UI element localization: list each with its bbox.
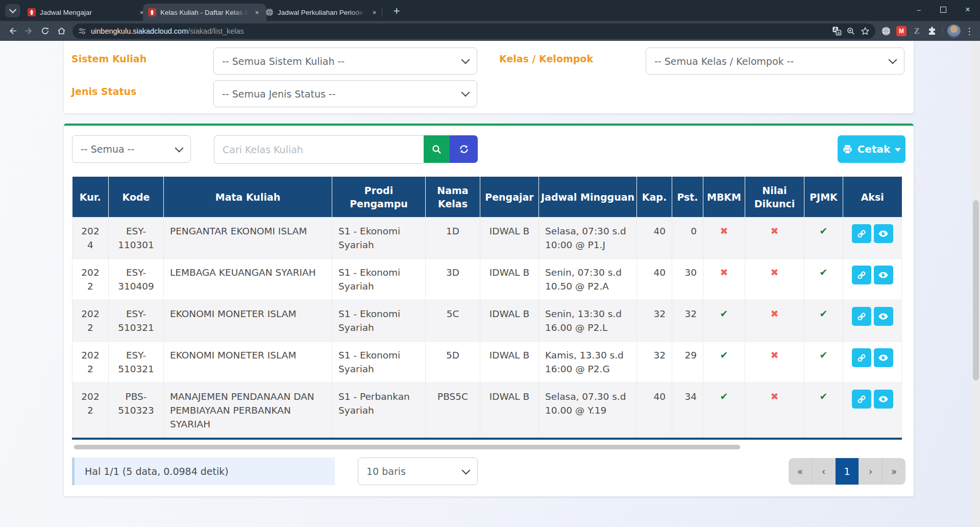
back-button[interactable] bbox=[4, 23, 20, 39]
cell-kelas: 3D bbox=[426, 259, 480, 300]
table-row: 2022 PBS-510323 MANAJEMEN PENDANAAN DAN … bbox=[72, 383, 902, 439]
sistem-kuliah-select[interactable]: -- Semua Sistem Kuliah -- bbox=[213, 47, 477, 75]
header-jadwal: Jadwal Mingguan bbox=[539, 177, 637, 218]
pagination-last[interactable]: » bbox=[883, 458, 905, 485]
refresh-button[interactable] bbox=[450, 135, 478, 163]
new-tab-button[interactable]: + bbox=[390, 4, 403, 17]
reload-icon bbox=[40, 26, 50, 36]
table-row: 2024 ESY-110301 PENGANTAR EKONOMI ISLAM … bbox=[72, 218, 902, 259]
sistem-kuliah-value: -- Semua Sistem Kuliah -- bbox=[222, 56, 345, 67]
mbkm-flag-icon: ✔ bbox=[720, 349, 728, 361]
back-icon bbox=[8, 26, 17, 36]
reload-button[interactable] bbox=[37, 23, 53, 39]
mbkm-flag-icon: ✔ bbox=[720, 308, 728, 319]
caret-down-icon bbox=[895, 148, 901, 152]
cetak-button[interactable]: Cetak bbox=[838, 135, 905, 163]
minimize-button[interactable]: – bbox=[906, 0, 931, 19]
puzzle-icon bbox=[927, 26, 937, 36]
search-button[interactable] bbox=[424, 135, 450, 163]
chevron-down-icon bbox=[9, 6, 16, 13]
eye-icon bbox=[878, 352, 889, 363]
tab-close-icon[interactable]: × bbox=[370, 8, 379, 17]
pagination-next[interactable]: › bbox=[859, 458, 883, 485]
vertical-scrollbar-thumb[interactable] bbox=[973, 200, 979, 380]
red-m-extension-button[interactable]: M bbox=[894, 23, 909, 39]
toolbar-separator bbox=[942, 27, 943, 36]
cell-jadwal: Kamis, 13.30 s.d 16:00 @ P2.G bbox=[539, 342, 637, 383]
header-mbkm: MBKM bbox=[703, 177, 745, 218]
view-button[interactable] bbox=[874, 266, 893, 284]
m-extension-icon: M bbox=[896, 26, 906, 36]
browser-tabstrip: Jadwal Mengajar × Kelas Kuliah - Daftar … bbox=[0, 0, 980, 21]
translate-icon: Aa bbox=[832, 26, 842, 36]
magnifier-zoom-icon bbox=[846, 27, 855, 36]
view-button[interactable] bbox=[874, 307, 893, 326]
tab-search-button[interactable] bbox=[5, 4, 20, 17]
link-button[interactable] bbox=[852, 266, 871, 284]
cell-kelas: 5C bbox=[426, 300, 480, 342]
maximize-button[interactable] bbox=[931, 0, 955, 19]
extensions-button[interactable] bbox=[924, 23, 940, 39]
eye-icon bbox=[878, 311, 889, 322]
site-info-icon[interactable] bbox=[78, 27, 87, 36]
cell-kap: 40 bbox=[637, 383, 672, 439]
cell-mata-kuliah: MANAJEMEN PENDANAAN DAN PEMBIAYAAN PERBA… bbox=[164, 383, 332, 439]
chevron-down-icon bbox=[461, 88, 470, 97]
cell-mata-kuliah: EKONOMI MONETER ISLAM bbox=[164, 342, 332, 383]
zoom-button[interactable] bbox=[844, 24, 858, 38]
tab-kelas-kuliah-active[interactable]: Kelas Kuliah - Daftar Kelas & Jadwal × bbox=[143, 4, 266, 21]
table-card: -- Semua -- Cetak bbox=[64, 124, 914, 496]
view-button[interactable] bbox=[874, 224, 893, 243]
screen: Jadwal Mengajar × Kelas Kuliah - Daftar … bbox=[0, 0, 980, 527]
maximize-icon bbox=[940, 7, 946, 13]
pagination-prev[interactable]: ‹ bbox=[812, 458, 836, 485]
rows-per-page-select[interactable]: 10 baris bbox=[358, 458, 478, 485]
view-button[interactable] bbox=[874, 390, 893, 409]
table-footer: Hal 1/1 (5 data, 0.0984 detik) 10 baris … bbox=[72, 458, 905, 485]
tab-jadwal-mengajar[interactable]: Jadwal Mengajar × bbox=[22, 4, 151, 21]
tab-jadwal-perkuliahan[interactable]: Jadwal Perkuliahan Periode 2024 × bbox=[260, 4, 384, 21]
nilai-dikunci-flag-icon: ✖ bbox=[771, 349, 779, 361]
link-button[interactable] bbox=[852, 224, 871, 243]
sistem-kuliah-label: Sistem Kuliah bbox=[71, 53, 146, 64]
browser-menu-button[interactable]: ⋮ bbox=[963, 26, 976, 36]
chevron-down-icon bbox=[462, 466, 471, 474]
pjmk-flag-icon: ✔ bbox=[820, 349, 828, 361]
pagination-page-1[interactable]: 1 bbox=[836, 458, 859, 485]
jenis-status-label: Jenis Status bbox=[71, 86, 136, 97]
cell-pengajar: IDWAL B bbox=[480, 383, 539, 439]
header-pengajar: Pengajar bbox=[480, 177, 539, 218]
view-button[interactable] bbox=[874, 348, 893, 367]
url-bar[interactable]: uinbengkulu.siakadcloud.com/siakad/list_… bbox=[72, 23, 875, 39]
pagination-first[interactable]: « bbox=[789, 458, 812, 485]
cell-pengajar: IDWAL B bbox=[480, 259, 539, 300]
header-nilai-dikunci: Nilai Dikunci bbox=[745, 177, 804, 218]
browser-toolbar: uinbengkulu.siakadcloud.com/siakad/list_… bbox=[0, 21, 980, 41]
jenis-status-select[interactable]: -- Semua Jenis Status -- bbox=[213, 80, 477, 107]
cell-kap: 40 bbox=[637, 259, 672, 300]
scope-select[interactable]: -- Semua -- bbox=[72, 135, 191, 163]
pjmk-flag-icon: ✔ bbox=[820, 267, 828, 278]
horizontal-scrollbar-thumb[interactable] bbox=[74, 445, 740, 449]
close-button[interactable]: × bbox=[955, 0, 980, 19]
jenis-status-value: -- Semua Jenis Status -- bbox=[222, 88, 336, 100]
globe-extension-button[interactable] bbox=[878, 23, 894, 39]
bookmark-button[interactable] bbox=[858, 24, 872, 38]
z-extension-button[interactable]: Z bbox=[909, 23, 924, 39]
search-input[interactable] bbox=[214, 135, 424, 164]
link-button[interactable] bbox=[852, 307, 871, 326]
cell-kur: 2024 bbox=[72, 218, 109, 259]
vertical-scrollbar[interactable] bbox=[972, 41, 980, 527]
translate-button[interactable]: Aa bbox=[829, 24, 844, 38]
profile-avatar[interactable] bbox=[947, 25, 961, 38]
kelas-kelompok-select[interactable]: -- Semua Kelas / Kelompok -- bbox=[646, 47, 904, 75]
link-button[interactable] bbox=[852, 390, 871, 409]
table-row: 2022 ESY-510321 EKONOMI MONETER ISLAM S1… bbox=[72, 300, 902, 342]
link-icon bbox=[856, 394, 867, 404]
cell-kelas: PBS5C bbox=[426, 383, 480, 439]
link-button[interactable] bbox=[852, 348, 871, 367]
cell-pst: 0 bbox=[672, 218, 703, 259]
home-button[interactable] bbox=[53, 23, 69, 39]
forward-button[interactable] bbox=[20, 23, 37, 39]
cell-kode: ESY-310409 bbox=[109, 259, 164, 300]
